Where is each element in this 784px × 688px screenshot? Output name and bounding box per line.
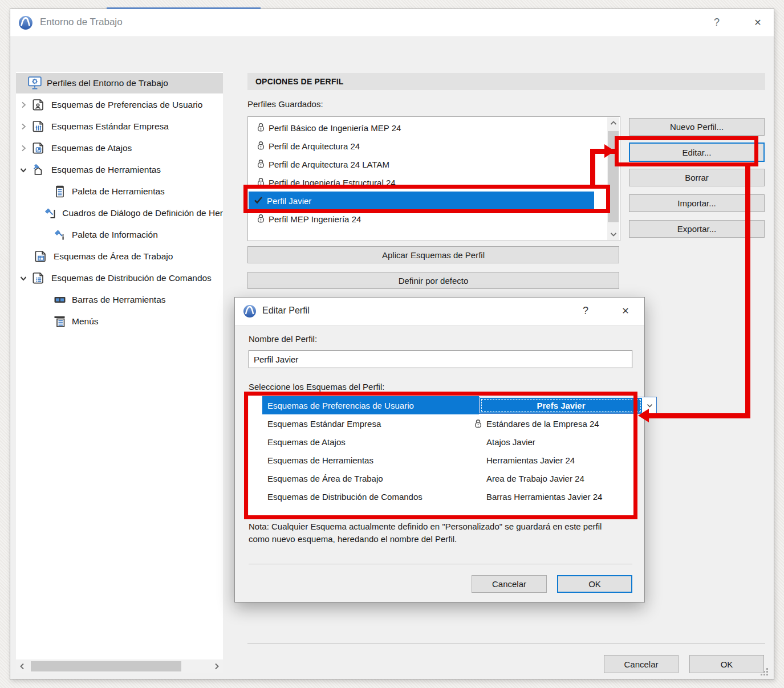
sidebar-item-label: Barras de Herramientas <box>72 295 166 305</box>
delete-profile-button[interactable]: Borrar <box>629 169 765 186</box>
tool-settings-dialog-icon <box>43 206 58 221</box>
sidebar-item-perfiles[interactable]: Perfiles del Entorno de Trabajo <box>16 73 223 93</box>
sidebar-item-label: Paleta de Información <box>72 230 158 240</box>
shortcut-schemes-icon <box>31 141 46 156</box>
import-profile-button[interactable]: Importar... <box>629 194 765 212</box>
sidebar-item-label: Esquemas de Atajos <box>51 143 132 153</box>
annotation-rect-edit-button <box>615 136 758 166</box>
dialog-cancel-button[interactable]: Cancelar <box>472 575 547 593</box>
toolbars-icon <box>52 292 67 307</box>
chevron-right-icon[interactable] <box>18 121 29 132</box>
export-profile-button[interactable]: Exportar... <box>629 220 765 238</box>
workspace-schemes-icon <box>33 249 48 264</box>
chevron-down-icon[interactable] <box>18 165 29 175</box>
sidebar-item-paleta-herramientas[interactable]: Paleta de Herramientas <box>16 181 223 202</box>
sidebar-item-barras-herramientas[interactable]: Barras de Herramientas <box>16 290 223 310</box>
annotation-arrowhead-left <box>638 409 649 422</box>
select-schemes-label: Seleccione los Esquemas del Perfil: <box>249 382 384 392</box>
close-button[interactable]: ✕ <box>748 13 767 32</box>
chevron-right-icon[interactable] <box>18 143 29 153</box>
lock-icon <box>257 122 265 134</box>
archicad-logo-icon <box>18 15 33 30</box>
scroll-up-icon[interactable] <box>607 119 619 128</box>
annotation-arrowhead-right <box>604 144 615 158</box>
annotation-arrow-line <box>745 166 750 418</box>
workspace-profiles-icon <box>27 76 42 91</box>
dialog-close-button[interactable]: ✕ <box>616 301 635 320</box>
scroll-left-icon[interactable] <box>17 661 27 671</box>
sidebar-item-estandar-empresa[interactable]: Esquemas Estándar Empresa <box>16 116 223 137</box>
sidebar-item-distribucion-comandos[interactable]: Esquemas de Distribución de Comandos <box>16 268 223 288</box>
dialog-help-button[interactable]: ? <box>576 301 595 320</box>
list-item-profile[interactable]: Perfil Básico de Ingeniería MEP 24 <box>249 119 594 137</box>
sidebar-item-atajos[interactable]: Esquemas de Atajos <box>16 138 223 158</box>
sidebar-item-label: Esquemas de Distribución de Comandos <box>51 273 212 283</box>
chevron-down-icon[interactable] <box>18 273 29 283</box>
tree-horizontal-scrollbar[interactable] <box>16 660 223 673</box>
dialog-ok-button[interactable]: OK <box>557 575 632 593</box>
annotation-rect-selected-profile <box>243 185 610 213</box>
sidebar-item-label: Esquemas de Herramientas <box>51 165 161 175</box>
scrollbar-thumb[interactable] <box>31 661 181 671</box>
background-window-edge <box>107 7 261 9</box>
set-default-button[interactable]: Definir por defecto <box>247 272 619 289</box>
saved-profiles-list: Perfil Básico de Ingeniería MEP 24 Perfi… <box>247 116 620 241</box>
window-title: Entorno de Trabajo <box>40 17 123 28</box>
lock-icon <box>257 140 265 152</box>
profile-name-label: Nombre del Perfil: <box>249 334 317 344</box>
command-layout-schemes-icon <box>31 271 46 286</box>
company-standard-schemes-icon <box>31 119 46 134</box>
sidebar-item-herramientas[interactable]: Esquemas de Herramientas <box>16 160 223 180</box>
sidebar-item-paleta-informacion[interactable]: Paleta de Información <box>16 225 223 245</box>
lock-icon <box>257 213 265 225</box>
sidebar-item-label: Esquemas de Preferencias de Usuario <box>51 100 202 110</box>
profile-name: Perfil de Arquitectura 24 LATAM <box>269 160 389 169</box>
profile-options-header: OPCIONES DE PERFIL <box>247 73 765 90</box>
section-title: OPCIONES DE PERFIL <box>255 77 344 86</box>
lock-icon <box>257 158 265 170</box>
user-preference-schemes-icon <box>31 97 46 112</box>
info-palette-icon <box>52 227 67 242</box>
scroll-down-icon[interactable] <box>607 230 619 239</box>
sidebar-item-label: Cuadros de Diálogo de Definición de Her <box>62 208 223 218</box>
note-text: Nota: Cualquier Esquema actualmente defi… <box>249 520 625 545</box>
main-cancel-button[interactable]: Cancelar <box>604 655 679 673</box>
saved-profiles-label: Perfiles Guardados: <box>247 99 323 109</box>
apply-profile-schemes-button[interactable]: Aplicar Esquemas de Perfil <box>247 246 619 263</box>
profile-name: Perfil MEP Ingeniería 24 <box>269 214 361 224</box>
scroll-right-icon[interactable] <box>212 661 222 671</box>
dialog-titlebar: Editar Perfil ? ✕ <box>235 298 644 325</box>
new-profile-button[interactable]: Nuevo Perfil... <box>629 118 765 136</box>
sidebar-item-cuadros-dialogo[interactable]: Cuadros de Diálogo de Definición de Her <box>16 203 223 223</box>
list-item-profile[interactable]: Perfil de Arquitectura 24 <box>249 137 594 155</box>
sidebar-item-label: Perfiles del Entorno de Trabajo <box>47 78 168 88</box>
main-ok-button[interactable]: OK <box>689 655 764 673</box>
resize-grip[interactable] <box>761 667 769 677</box>
annotation-rect-schemes-list <box>244 392 637 519</box>
sidebar-item-label: Esquemas de Área de Trabajo <box>54 251 173 262</box>
tool-schemes-icon <box>31 162 46 177</box>
footer-divider <box>247 643 765 644</box>
sidebar-item-label: Esquemas Estándar Empresa <box>51 121 169 132</box>
profile-name: Perfil Básico de Ingeniería MEP 24 <box>269 123 401 133</box>
list-item-profile[interactable]: Perfil de Arquitectura 24 LATAM <box>249 155 594 173</box>
menus-icon <box>52 314 67 329</box>
annotation-arrow-line <box>590 149 595 185</box>
sidebar-item-preferencias[interactable]: Esquemas de Preferencias de Usuario <box>16 95 223 115</box>
help-button[interactable]: ? <box>707 13 726 32</box>
profile-name: Perfil de Arquitectura 24 <box>269 141 360 151</box>
sidebar-item-label: Paleta de Herramientas <box>72 186 165 197</box>
dialog-divider <box>249 564 632 564</box>
main-titlebar: Entorno de Trabajo ? ✕ <box>10 9 774 37</box>
annotation-arrow-line <box>648 413 750 418</box>
dialog-title: Editar Perfil <box>262 306 310 316</box>
sidebar-item-menus[interactable]: Menús <box>16 311 223 332</box>
sidebar-item-area-trabajo[interactable]: Esquemas de Área de Trabajo <box>16 246 223 267</box>
profile-name-input[interactable] <box>249 350 632 368</box>
sidebar-item-label: Menús <box>72 316 99 327</box>
archicad-logo-icon <box>243 304 257 318</box>
chevron-right-icon[interactable] <box>18 100 29 110</box>
tool-palette-icon <box>52 184 67 199</box>
workspace-tree: Perfiles del Entorno de Trabajo Esquemas… <box>16 72 223 659</box>
